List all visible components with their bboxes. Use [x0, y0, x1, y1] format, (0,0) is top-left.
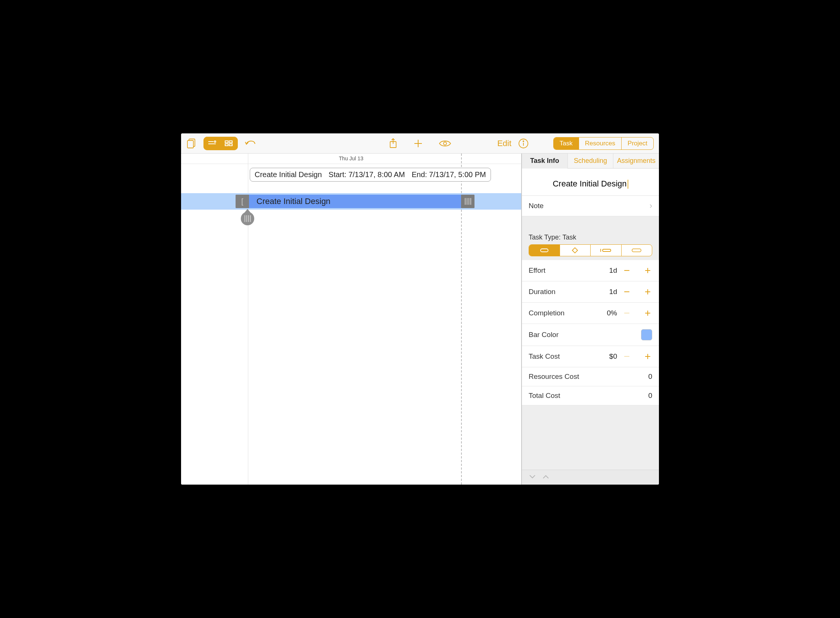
inspector-scope-segmented[interactable]: Task Resources Project	[553, 137, 654, 150]
task-cost-decrement[interactable]: −	[622, 351, 631, 362]
effort-label: Effort	[529, 266, 609, 275]
svg-rect-8	[229, 144, 232, 146]
svg-point-13	[443, 142, 446, 145]
completion-label: Completion	[529, 309, 607, 317]
bar-color-swatch[interactable]	[641, 329, 652, 340]
bar-color-label: Bar Color	[529, 331, 641, 339]
task-handle-left[interactable]	[236, 195, 249, 208]
effort-row: Effort 1d − +	[522, 260, 659, 281]
gantt-area[interactable]: Thu Jul 13 Create Initial Design Start: …	[181, 154, 521, 484]
date-header: Thu Jul 13	[181, 154, 521, 164]
tab-assignments[interactable]: Assignments	[613, 154, 659, 168]
tooltip-end: End: 7/13/17, 5:00 PM	[412, 170, 486, 179]
svg-rect-18	[572, 248, 578, 253]
task-type-label: Task Type: Task	[522, 230, 659, 244]
note-row[interactable]: Note ›	[522, 196, 659, 216]
share-icon[interactable]	[389, 138, 398, 149]
completion-row: Completion 0% − +	[522, 303, 659, 324]
task-type-group[interactable]	[621, 245, 652, 256]
total-cost-value: 0	[648, 392, 652, 400]
task-type-hammock[interactable]	[590, 245, 621, 256]
task-cost-value: $0	[609, 352, 617, 361]
svg-rect-17	[541, 249, 548, 252]
svg-rect-20	[603, 249, 611, 251]
toolbar-center	[389, 138, 451, 149]
scope-resources[interactable]: Resources	[579, 138, 621, 150]
svg-rect-7	[225, 144, 228, 146]
app-window: Edit Task Resources Project Thu Jul 13 C…	[181, 134, 659, 484]
eye-icon[interactable]	[439, 140, 451, 148]
documents-icon[interactable]	[186, 138, 197, 149]
task-drag-knob[interactable]	[241, 212, 254, 225]
undo-icon[interactable]	[244, 139, 257, 149]
effort-increment[interactable]: +	[643, 265, 652, 276]
task-cost-label: Task Cost	[529, 352, 609, 361]
grip-icon	[465, 198, 471, 205]
duration-row: Duration 1d − +	[522, 281, 659, 303]
edit-button[interactable]: Edit	[497, 139, 511, 149]
text-cursor	[628, 180, 628, 189]
task-title-text: Create Initial Design	[553, 179, 627, 188]
completion-decrement[interactable]: −	[622, 308, 631, 318]
duration-value: 1d	[609, 288, 617, 296]
resources-cost-value: 0	[648, 373, 652, 381]
task-cost-increment[interactable]: +	[643, 351, 652, 362]
scope-task[interactable]: Task	[554, 138, 579, 150]
completion-value: 0%	[607, 309, 617, 317]
toolbar: Edit Task Resources Project	[181, 134, 659, 154]
duration-increment[interactable]: +	[643, 287, 652, 297]
duration-label: Duration	[529, 288, 609, 296]
inspector-nav-arrows	[522, 469, 659, 484]
inspector-tabs: Task Info Scheduling Assignments	[522, 154, 659, 168]
resources-cost-row: Resources Cost 0	[522, 367, 659, 386]
svg-point-15	[523, 141, 524, 141]
svg-rect-6	[229, 141, 232, 143]
task-cost-row: Task Cost $0 − +	[522, 346, 659, 367]
effort-value: 1d	[609, 266, 617, 275]
task-bar-label: Create Initial Design	[249, 196, 330, 206]
prev-task-arrow[interactable]	[529, 474, 536, 481]
tab-task-info[interactable]: Task Info	[522, 154, 567, 168]
tab-scheduling[interactable]: Scheduling	[567, 154, 613, 168]
content-area: Thu Jul 13 Create Initial Design Start: …	[181, 154, 659, 484]
task-title-field[interactable]: Create Initial Design	[522, 168, 659, 196]
scope-project[interactable]: Project	[621, 138, 653, 150]
note-label: Note	[529, 202, 650, 210]
task-row[interactable]: Create Initial Design	[181, 193, 521, 209]
chevron-right-icon: ›	[650, 201, 652, 211]
total-cost-row: Total Cost 0	[522, 386, 659, 406]
svg-rect-21	[632, 249, 641, 252]
duration-decrement[interactable]: −	[622, 287, 631, 297]
svg-point-4	[214, 141, 216, 143]
tooltip-start: Start: 7/13/17, 8:00 AM	[329, 170, 405, 179]
view-mode-gantt[interactable]	[203, 137, 221, 150]
task-type-segmented[interactable]	[529, 244, 652, 256]
task-tooltip: Create Initial Design Start: 7/13/17, 8:…	[250, 168, 491, 181]
effort-decrement[interactable]: −	[622, 265, 631, 276]
svg-rect-1	[187, 141, 193, 148]
task-type-task[interactable]	[529, 245, 560, 256]
total-cost-label: Total Cost	[529, 392, 648, 400]
date-label: Thu Jul 13	[339, 155, 363, 161]
add-icon[interactable]	[413, 139, 423, 149]
task-handle-right[interactable]	[461, 195, 474, 208]
tooltip-name: Create Initial Design	[255, 170, 322, 179]
inspector-panel: Task Info Scheduling Assignments Create …	[521, 154, 659, 484]
completion-increment[interactable]: +	[643, 308, 652, 318]
task-bar[interactable]: Create Initial Design	[236, 195, 474, 208]
grip-icon	[244, 215, 251, 222]
resources-cost-label: Resources Cost	[529, 373, 648, 381]
view-mode-grid[interactable]	[221, 137, 238, 150]
svg-rect-5	[225, 141, 228, 143]
view-mode-segmented[interactable]	[203, 137, 238, 150]
bar-color-row[interactable]: Bar Color	[522, 324, 659, 346]
info-icon[interactable]	[518, 138, 529, 149]
next-task-arrow[interactable]	[542, 474, 550, 481]
task-type-milestone[interactable]	[560, 245, 591, 256]
